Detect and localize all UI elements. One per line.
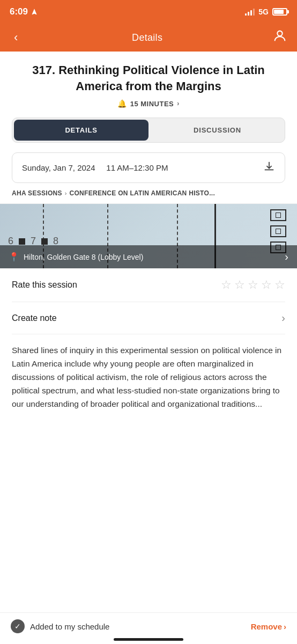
tab-discussion[interactable]: DISCUSSION — [150, 118, 285, 142]
date-text: Sunday, Jan 7, 2024 11 AM–12:30 PM — [22, 163, 168, 172]
remove-chevron-icon: › — [284, 622, 286, 631]
nav-header: ‹ Details — [0, 24, 297, 52]
reminder-row[interactable]: 🔔 15 MINUTES › — [12, 99, 285, 108]
status-time: 6:09 — [10, 6, 38, 17]
status-icons: 5G — [245, 8, 287, 16]
remove-button[interactable]: Remove › — [251, 622, 286, 631]
room-icon-inner-1 — [276, 213, 281, 218]
star-1[interactable]: ☆ — [221, 278, 232, 292]
stars-row[interactable]: ☆ ☆ ☆ ☆ ☆ — [221, 278, 285, 292]
breadcrumb-separator: › — [65, 190, 67, 196]
download-button[interactable] — [263, 160, 275, 175]
reminder-text: 15 MINUTES — [130, 100, 174, 108]
signal-bar-1 — [245, 13, 247, 16]
checkmark-icon: ✓ — [11, 619, 25, 633]
remove-label: Remove — [251, 622, 282, 631]
description-text: Shared lines of inquiry in this experime… — [12, 344, 285, 411]
session-title: 317. Rethinking Political Violence in La… — [12, 62, 285, 94]
breadcrumb-item-2[interactable]: CONFERENCE ON LATIN AMERICAN HISTO... — [70, 189, 216, 197]
star-2[interactable]: ☆ — [234, 278, 245, 292]
main-content: 317. Rethinking Political Violence in La… — [0, 52, 297, 183]
reminder-chevron-icon: › — [177, 100, 180, 107]
map-square-2 — [41, 238, 48, 245]
home-indicator — [114, 638, 183, 641]
time-value: 11 AM–12:30 PM — [106, 163, 168, 172]
back-button[interactable]: ‹ — [10, 28, 22, 47]
map-section: 6 7 8 📍 Hilton, Golden Gate 8 (Lobby Lev… — [0, 204, 297, 268]
date-value: Sunday, Jan 7, 2024 — [22, 163, 95, 172]
person-icon — [272, 28, 287, 43]
download-icon — [263, 160, 275, 172]
create-note-chevron-icon: › — [281, 312, 285, 324]
star-4[interactable]: ☆ — [261, 278, 272, 292]
bell-icon: 🔔 — [117, 99, 127, 108]
star-5[interactable]: ☆ — [274, 278, 285, 292]
datetime-row: Sunday, Jan 7, 2024 11 AM–12:30 PM — [12, 152, 285, 183]
room-icon-inner-2 — [276, 229, 281, 234]
page-title: Details — [132, 32, 162, 43]
schedule-status: ✓ Added to my schedule — [11, 619, 109, 633]
room-icon-1 — [270, 209, 286, 221]
svg-point-0 — [277, 31, 282, 35]
status-bar: 6:09 5G — [0, 0, 297, 24]
map-navigate-icon[interactable]: › — [285, 251, 288, 263]
time-display: 6:09 — [10, 6, 28, 17]
network-label: 5G — [258, 8, 269, 16]
description-section: Shared lines of inquiry in this experime… — [0, 334, 297, 459]
tab-details[interactable]: DETAILS — [14, 120, 148, 141]
battery-icon — [272, 8, 287, 16]
star-3[interactable]: ☆ — [248, 278, 258, 292]
room-icon-2 — [270, 225, 286, 237]
user-profile-button[interactable] — [272, 28, 287, 47]
location-info: 📍 Hilton, Golden Gate 8 (Lobby Level) — [9, 252, 143, 262]
signal-bars — [245, 8, 255, 16]
create-note-label: Create note — [12, 313, 57, 323]
location-pin-icon: 📍 — [9, 252, 19, 262]
map-square-1 — [19, 238, 25, 245]
location-arrow-icon — [31, 8, 38, 16]
action-section: Rate this session ☆ ☆ ☆ ☆ ☆ Create note … — [0, 268, 297, 334]
signal-bar-3 — [250, 10, 252, 16]
battery-fill — [274, 10, 284, 14]
location-bar[interactable]: 📍 Hilton, Golden Gate 8 (Lobby Level) › — [0, 245, 297, 268]
rating-row: Rate this session ☆ ☆ ☆ ☆ ☆ — [12, 268, 285, 302]
tab-switcher: DETAILS DISCUSSION — [12, 118, 285, 143]
location-name: Hilton, Golden Gate 8 (Lobby Level) — [24, 253, 143, 261]
breadcrumb-item-1[interactable]: AHA SESSIONS — [12, 189, 62, 197]
signal-bar-2 — [248, 12, 249, 16]
signal-bar-4 — [253, 9, 255, 16]
create-note-row[interactable]: Create note › — [12, 302, 285, 334]
schedule-text: Added to my schedule — [30, 622, 109, 631]
breadcrumb: AHA SESSIONS › CONFERENCE ON LATIN AMERI… — [0, 183, 297, 204]
rating-label: Rate this session — [12, 280, 77, 290]
